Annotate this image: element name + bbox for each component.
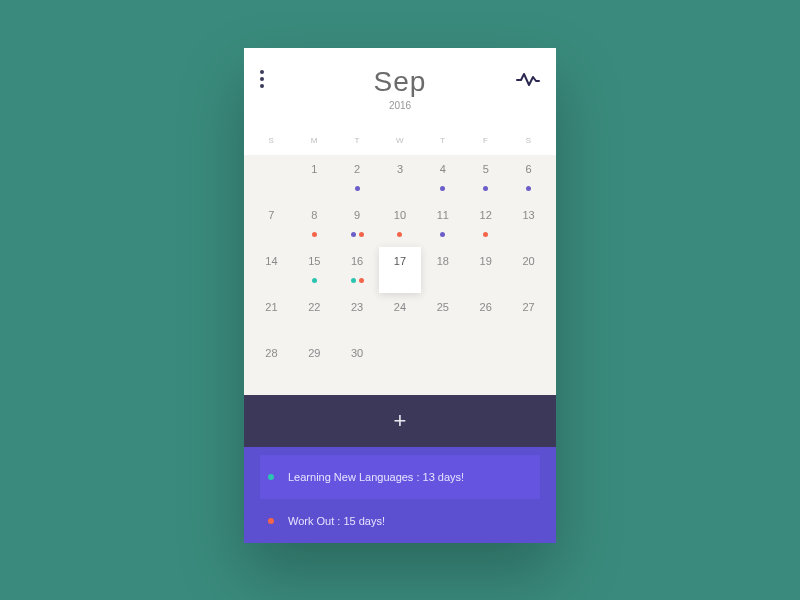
day-cell[interactable]: 17 xyxy=(379,247,422,293)
day-number: 3 xyxy=(397,163,403,175)
add-event-button[interactable]: + xyxy=(244,395,556,447)
day-number: 2 xyxy=(354,163,360,175)
weekday-label: T xyxy=(336,128,379,155)
day-cell[interactable]: 2 xyxy=(336,155,379,201)
event-dots xyxy=(293,278,336,283)
day-number: 23 xyxy=(351,301,363,313)
day-cell[interactable]: 20 xyxy=(507,247,550,293)
day-number: 29 xyxy=(308,347,320,359)
day-number: 24 xyxy=(394,301,406,313)
menu-icon[interactable] xyxy=(260,70,264,88)
day-number: 11 xyxy=(437,209,449,221)
event-dot xyxy=(483,186,488,191)
day-cell[interactable]: 27 xyxy=(507,293,550,339)
day-number: 10 xyxy=(394,209,406,221)
calendar-grid: 1234567891011121314151617181920212223242… xyxy=(244,155,556,395)
day-number: 17 xyxy=(394,255,406,267)
event-text: Work Out : 15 days! xyxy=(288,515,385,527)
day-cell[interactable]: 10 xyxy=(379,201,422,247)
day-number: 12 xyxy=(480,209,492,221)
event-dot xyxy=(397,232,402,237)
event-dot xyxy=(440,232,445,237)
day-cell[interactable]: 30 xyxy=(336,339,379,385)
weekday-row: SMTWTFS xyxy=(244,128,556,155)
day-number: 6 xyxy=(526,163,532,175)
day-number: 7 xyxy=(268,209,274,221)
day-cell[interactable]: 3 xyxy=(379,155,422,201)
event-dots xyxy=(379,232,422,237)
weekday-label: S xyxy=(250,128,293,155)
month-title: Sep xyxy=(374,66,427,98)
day-cell[interactable]: 25 xyxy=(421,293,464,339)
day-number: 21 xyxy=(265,301,277,313)
event-dots xyxy=(464,232,507,237)
day-cell[interactable]: 19 xyxy=(464,247,507,293)
event-dot xyxy=(312,278,317,283)
day-cell[interactable]: 14 xyxy=(250,247,293,293)
day-number: 18 xyxy=(437,255,449,267)
day-number: 5 xyxy=(483,163,489,175)
event-dots xyxy=(464,186,507,191)
day-cell[interactable]: 8 xyxy=(293,201,336,247)
event-dots xyxy=(293,232,336,237)
event-dot xyxy=(312,232,317,237)
day-cell[interactable]: 23 xyxy=(336,293,379,339)
day-number: 1 xyxy=(311,163,317,175)
year-label: 2016 xyxy=(389,100,411,111)
event-text: Learning New Languages : 13 days! xyxy=(288,471,464,483)
day-cell-blank xyxy=(250,155,293,201)
day-number: 8 xyxy=(311,209,317,221)
event-color-dot xyxy=(268,474,274,480)
event-dot xyxy=(359,278,364,283)
day-number: 30 xyxy=(351,347,363,359)
weekday-label: T xyxy=(421,128,464,155)
day-cell[interactable]: 24 xyxy=(379,293,422,339)
event-dot xyxy=(355,186,360,191)
event-item[interactable]: Work Out : 15 days! xyxy=(260,499,540,543)
day-cell[interactable]: 4 xyxy=(421,155,464,201)
weekday-label: W xyxy=(379,128,422,155)
event-dot xyxy=(483,232,488,237)
day-number: 15 xyxy=(308,255,320,267)
day-cell[interactable]: 22 xyxy=(293,293,336,339)
calendar-app: Sep 2016 SMTWTFS 12345678910111213141516… xyxy=(244,48,556,543)
event-dot xyxy=(526,186,531,191)
day-cell[interactable]: 12 xyxy=(464,201,507,247)
day-cell[interactable]: 13 xyxy=(507,201,550,247)
day-number: 20 xyxy=(522,255,534,267)
day-cell[interactable]: 26 xyxy=(464,293,507,339)
day-number: 27 xyxy=(522,301,534,313)
day-cell[interactable]: 21 xyxy=(250,293,293,339)
day-cell[interactable]: 6 xyxy=(507,155,550,201)
event-dots xyxy=(336,232,379,237)
day-cell[interactable]: 9 xyxy=(336,201,379,247)
day-cell[interactable]: 11 xyxy=(421,201,464,247)
day-cell[interactable]: 15 xyxy=(293,247,336,293)
event-dots xyxy=(507,186,550,191)
day-number: 9 xyxy=(354,209,360,221)
day-cell[interactable]: 5 xyxy=(464,155,507,201)
weekday-label: M xyxy=(293,128,336,155)
day-number: 19 xyxy=(480,255,492,267)
event-color-dot xyxy=(268,518,274,524)
event-dot xyxy=(351,232,356,237)
activity-icon[interactable] xyxy=(516,72,540,92)
day-cell[interactable]: 18 xyxy=(421,247,464,293)
event-item[interactable]: Learning New Languages : 13 days! xyxy=(260,455,540,499)
day-number: 22 xyxy=(308,301,320,313)
event-dot xyxy=(351,278,356,283)
day-cell[interactable]: 28 xyxy=(250,339,293,385)
day-cell[interactable]: 1 xyxy=(293,155,336,201)
event-dot xyxy=(440,186,445,191)
event-dots xyxy=(421,232,464,237)
day-cell[interactable]: 29 xyxy=(293,339,336,385)
day-number: 14 xyxy=(265,255,277,267)
day-number: 4 xyxy=(440,163,446,175)
day-number: 28 xyxy=(265,347,277,359)
plus-icon: + xyxy=(394,408,407,434)
event-list: Learning New Languages : 13 days!Work Ou… xyxy=(244,447,556,543)
event-dots xyxy=(336,186,379,191)
day-cell[interactable]: 16 xyxy=(336,247,379,293)
event-dot xyxy=(359,232,364,237)
day-cell[interactable]: 7 xyxy=(250,201,293,247)
